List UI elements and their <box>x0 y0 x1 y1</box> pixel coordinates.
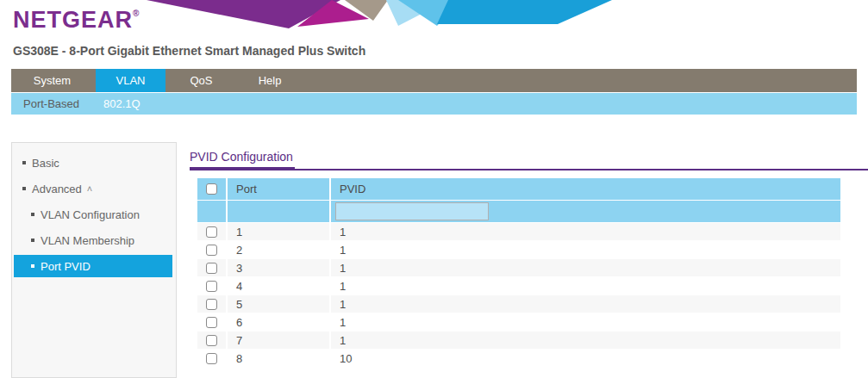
select-all-cell <box>197 178 226 200</box>
tab-vlan[interactable]: VLAN <box>96 69 165 92</box>
bullet-icon <box>22 161 26 164</box>
sidebar-item-basic[interactable]: Basic <box>14 152 172 174</box>
sidebar-item-vlan-membership[interactable]: VLAN Membership <box>14 229 172 251</box>
page-title: GS308E - 8-Port Gigabit Ethernet Smart M… <box>13 44 365 58</box>
column-header-pvid: PVID <box>331 178 840 200</box>
section-heading: PVID Configuration <box>190 146 868 170</box>
page: NETGEAR® GS308E - 8-Port Gigabit Etherne… <box>0 0 868 378</box>
registered-trademark-icon: ® <box>133 9 140 18</box>
pvid-cell: 1 <box>331 313 840 331</box>
sidebar-item-port-pvid[interactable]: Port PVID <box>14 255 172 277</box>
table-row: 8 10 <box>197 350 840 367</box>
bullet-icon <box>22 187 26 190</box>
table-row: 5 1 <box>197 295 840 313</box>
port-cell: 7 <box>228 332 329 349</box>
row-checkbox[interactable] <box>206 299 217 310</box>
pvid-input[interactable] <box>335 202 489 220</box>
row-checkbox-cell <box>197 313 226 331</box>
sidebar-item-advanced[interactable]: Advanced ˄ <box>14 177 172 200</box>
row-checkbox[interactable] <box>206 317 217 328</box>
row-checkbox[interactable] <box>206 226 217 238</box>
bullet-icon <box>31 264 34 268</box>
filter-port-cell <box>228 201 329 222</box>
netgear-logo: NETGEAR® <box>13 7 140 34</box>
netgear-logo-text: NETGEAR <box>13 7 133 33</box>
table-header-row: Port PVID <box>197 178 840 200</box>
sub-nav: Port-Based 802.1Q <box>11 93 857 115</box>
subnav-item-8021q[interactable]: 802.1Q <box>91 97 153 110</box>
main-nav: System VLAN QoS Help <box>11 69 857 92</box>
table-row: 6 1 <box>197 313 840 331</box>
filter-empty-cell <box>197 201 226 222</box>
row-checkbox-cell <box>197 332 226 349</box>
sidebar-item-label: VLAN Configuration <box>41 208 140 221</box>
collapse-caret-icon: ˄ <box>87 183 92 194</box>
sidebar-item-label: Advanced <box>32 183 82 195</box>
pvid-cell: 1 <box>331 332 840 349</box>
filter-pvid-cell <box>331 201 840 222</box>
table-filter-row <box>197 201 840 222</box>
table-row: 4 1 <box>197 277 840 294</box>
table-row: 3 1 <box>197 259 840 276</box>
bullet-icon <box>31 213 34 216</box>
table-row: 2 1 <box>197 241 840 258</box>
tab-system[interactable]: System <box>11 69 93 92</box>
pvid-cell: 1 <box>331 241 840 258</box>
pvid-cell: 1 <box>331 277 840 294</box>
pvid-cell: 1 <box>331 295 840 313</box>
row-checkbox-cell <box>197 259 226 276</box>
row-checkbox-cell <box>197 223 226 240</box>
pvid-cell: 1 <box>331 223 840 240</box>
port-cell: 1 <box>228 223 329 240</box>
table-row: 7 1 <box>197 332 840 349</box>
sidebar: Basic Advanced ˄ VLAN Configuration VLAN… <box>11 142 177 378</box>
port-cell: 2 <box>228 241 329 258</box>
pvid-cell: 10 <box>331 350 840 367</box>
row-checkbox[interactable] <box>206 263 217 274</box>
sidebar-item-label: Port PVID <box>41 260 91 273</box>
row-checkbox-cell <box>197 350 226 367</box>
decorative-banner-graphic <box>147 0 612 28</box>
row-checkbox-cell <box>197 241 226 258</box>
sidebar-item-vlan-configuration[interactable]: VLAN Configuration <box>14 203 172 226</box>
port-cell: 5 <box>228 295 329 313</box>
select-all-checkbox[interactable] <box>206 183 217 195</box>
bullet-icon <box>31 239 34 242</box>
row-checkbox[interactable] <box>206 335 217 346</box>
port-cell: 3 <box>228 259 329 276</box>
table-row: 1 1 <box>197 223 840 240</box>
tab-help[interactable]: Help <box>237 69 303 92</box>
column-header-port: Port <box>228 178 329 200</box>
sidebar-item-label: Basic <box>32 157 59 170</box>
row-checkbox[interactable] <box>206 353 217 364</box>
port-cell: 4 <box>228 277 329 294</box>
row-checkbox[interactable] <box>206 245 217 256</box>
tab-qos[interactable]: QoS <box>168 69 234 92</box>
pvid-table: Port PVID 1 1 2 1 <box>197 178 840 367</box>
sidebar-item-label: VLAN Membership <box>41 234 134 247</box>
row-checkbox-cell <box>197 295 226 313</box>
subnav-item-port-based[interactable]: Port-Based <box>11 97 91 110</box>
main-content: PVID Configuration Port PVID <box>190 146 868 368</box>
port-cell: 6 <box>228 313 329 331</box>
port-cell: 8 <box>228 350 329 367</box>
row-checkbox[interactable] <box>206 281 217 292</box>
pvid-cell: 1 <box>331 259 840 276</box>
row-checkbox-cell <box>197 277 226 294</box>
